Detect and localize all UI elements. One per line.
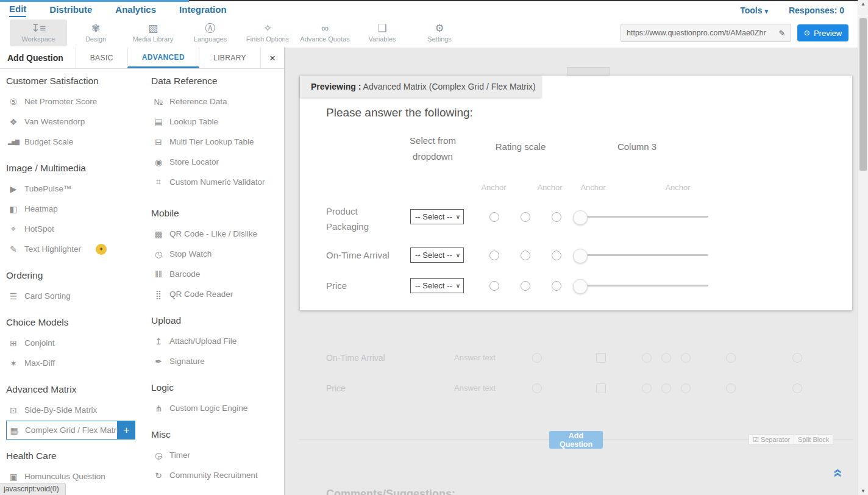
- rating-radio[interactable]: [521, 281, 530, 291]
- nav-tab-analytics[interactable]: Analytics: [115, 4, 156, 16]
- dropdown-select[interactable]: -- Select -- ∨: [410, 278, 464, 293]
- edit-url-pencil-icon[interactable]: ✎: [774, 29, 791, 38]
- side-by-side-matrix-icon: ⊡: [6, 405, 21, 415]
- rating-slider[interactable]: [573, 203, 708, 231]
- rating-slider[interactable]: [573, 272, 708, 300]
- sidebar-item-card-sorting[interactable]: ☰ Card Sorting: [6, 286, 148, 306]
- matrix-row-product-packaging: Product Packaging -- Select -- ∨: [300, 203, 852, 231]
- qr-code-reader-icon: ⣿: [151, 290, 166, 299]
- sidebar-item-community-recruitment[interactable]: ↻ Community Recruitment: [151, 465, 282, 485]
- tab-basic[interactable]: BASIC: [76, 48, 127, 68]
- chevron-down-icon: ▾: [764, 7, 768, 15]
- section-title: Advanced Matrix: [6, 384, 148, 397]
- scroll-to-top-button[interactable]: »: [833, 465, 855, 483]
- separator-toggle-button[interactable]: ☑ Separator: [749, 434, 794, 445]
- sidebar-item-tubepulse[interactable]: ▶ TubePulse™: [6, 179, 148, 199]
- close-icon[interactable]: ✕: [260, 48, 284, 68]
- slider-track[interactable]: [573, 285, 708, 287]
- tubepulse-video-icon: ▶: [6, 184, 21, 194]
- nav-tab-edit[interactable]: Edit: [9, 4, 26, 17]
- slider-handle[interactable]: [573, 249, 588, 263]
- slider-handle[interactable]: [573, 279, 588, 294]
- lookup-table-icon: ▤: [151, 117, 166, 127]
- sidebar-item-text-highlighter[interactable]: ✎ Text Highlighter ✦: [6, 239, 148, 259]
- rating-radio[interactable]: [489, 212, 499, 222]
- sidebar-item-barcode[interactable]: ‖‖ Barcode: [151, 264, 282, 284]
- rating-radio[interactable]: [521, 251, 530, 260]
- rating-radio[interactable]: [521, 212, 530, 222]
- answer-text-label: Answer text: [454, 374, 496, 402]
- toolbar-label: Settings: [427, 35, 452, 43]
- sidebar-item-stop-watch[interactable]: ◷ Stop Watch: [151, 244, 282, 264]
- sidebar-item-heatmap[interactable]: ◧ Heatmap: [6, 199, 148, 219]
- toolbar-media-library-button[interactable]: ▧ Media Library: [124, 20, 182, 46]
- toolbar-workspace-button[interactable]: ↧≡ Workspace: [10, 20, 67, 46]
- add-question-button[interactable]: Add Question: [549, 431, 603, 449]
- scrollbar-up-arrow-icon[interactable]: ▲: [858, 1, 868, 7]
- sidebar-item-conjoint[interactable]: ⊞ Conjoint: [6, 333, 148, 353]
- rating-radio[interactable]: [552, 281, 561, 291]
- browser-progress-bar: [0, 0, 189, 2]
- sidebar-item-attach-upload-file[interactable]: ↥ Attach/Upload File: [151, 331, 282, 351]
- toolbar-design-button[interactable]: ✾ Design: [67, 20, 124, 46]
- sidebar-item-custom-numeric-validator[interactable]: ⌗ Custom Numeric Validator: [151, 172, 282, 192]
- toolbar-label: Finish Options: [246, 35, 289, 43]
- slider-track[interactable]: [573, 216, 708, 218]
- anchor-label: Anchor: [660, 183, 696, 192]
- premium-badge-icon: ✦: [96, 244, 107, 255]
- toolbar-finish-options-button[interactable]: ✧ Finish Options: [239, 20, 296, 46]
- slider-handle[interactable]: [573, 210, 588, 225]
- dropdown-select[interactable]: -- Select -- ∨: [410, 248, 464, 263]
- rating-radio[interactable]: [489, 251, 499, 260]
- split-block-button[interactable]: Split Block: [794, 434, 833, 445]
- sidebar-item-net-promoter-score[interactable]: ⑤ Net Promoter Score: [6, 91, 148, 112]
- conjoint-icon: ⊞: [6, 338, 21, 348]
- toolbar-languages-button[interactable]: Ⓐ Languages: [182, 20, 239, 46]
- checkbox-checked-icon: ☑: [753, 436, 759, 444]
- slider-track[interactable]: [573, 254, 708, 256]
- tab-library[interactable]: LIBRARY: [199, 48, 260, 68]
- sidebar-item-reference-data[interactable]: № Reference Data: [151, 91, 282, 112]
- scrollbar-down-arrow-icon[interactable]: ▼: [858, 488, 868, 494]
- rating-radio[interactable]: [552, 212, 561, 222]
- nav-tab-distribute[interactable]: Distribute: [49, 4, 92, 16]
- dimmed-radio: [642, 383, 652, 393]
- sidebar-item-timer[interactable]: ◶ Timer: [151, 445, 282, 465]
- rating-radio[interactable]: [552, 251, 561, 260]
- tools-dropdown[interactable]: Tools ▾: [740, 5, 768, 15]
- sidebar-item-budget-scale[interactable]: ▂▅▇ Budget Scale: [6, 132, 148, 152]
- survey-url-input[interactable]: [621, 29, 774, 37]
- toolbar-advance-quotas-button[interactable]: ∞ Advance Quotas: [296, 20, 354, 46]
- sidebar-item-signature[interactable]: ✒ Signature: [151, 351, 282, 371]
- rating-slider[interactable]: [573, 241, 708, 269]
- tab-advanced[interactable]: ADVANCED: [127, 48, 199, 68]
- sidebar-item-complex-grid-flex-matrix-selected[interactable]: ▦ Complex Grid / Flex Matrix +: [6, 421, 148, 440]
- sidebar-item-lookup-table[interactable]: ▤ Lookup Table: [151, 112, 282, 132]
- sidebar-item-store-locator[interactable]: ◉ Store Locator: [151, 152, 282, 172]
- section-title: Logic: [151, 382, 282, 396]
- add-question-plus-button[interactable]: +: [118, 421, 135, 440]
- item-label: Text Highlighter: [21, 244, 81, 254]
- preview-button[interactable]: ⊙ Preview: [797, 24, 848, 41]
- sidebar-item-qr-code-like-dislike[interactable]: ▩ QR Code - Like / Dislike: [151, 224, 282, 244]
- toolbar-variables-button[interactable]: ❑ Variables: [354, 20, 411, 46]
- responses-count[interactable]: Responses: 0: [789, 5, 844, 15]
- reference-data-icon: №: [151, 97, 166, 107]
- rating-radio[interactable]: [489, 281, 499, 291]
- scrollbar-thumb[interactable]: [859, 18, 867, 171]
- sidebar-item-max-diff[interactable]: ✶ Max-Diff: [6, 353, 148, 373]
- selected-item-box[interactable]: ▦ Complex Grid / Flex Matrix: [6, 421, 118, 440]
- sidebar-item-side-by-side-matrix[interactable]: ⊡ Side-By-Side Matrix: [6, 400, 148, 420]
- sidebar-item-custom-logic-engine[interactable]: ⋔ Custom Logic Engine: [151, 398, 282, 418]
- sidebar-item-multi-tier-lookup-table[interactable]: ⊟ Multi Tier Lookup Table: [151, 132, 282, 152]
- dimmed-radio: [726, 353, 736, 363]
- section-data-reference: Data Reference № Reference Data ▤ Lookup…: [151, 76, 282, 192]
- toolbar-settings-button[interactable]: ⚙ Settings: [411, 20, 468, 46]
- sidebar-item-van-westendorp[interactable]: ❖ Van Westendorp: [6, 112, 148, 132]
- scrollbar[interactable]: ▲ ▼: [858, 0, 868, 495]
- eye-icon: ⊙: [804, 29, 810, 37]
- sidebar-item-hotspot[interactable]: ⌖ HotSpot: [6, 219, 148, 239]
- dropdown-select[interactable]: -- Select -- ∨: [410, 209, 464, 224]
- sidebar-item-qr-code-reader[interactable]: ⣿ QR Code Reader: [151, 284, 282, 304]
- nav-tab-integration[interactable]: Integration: [179, 4, 227, 16]
